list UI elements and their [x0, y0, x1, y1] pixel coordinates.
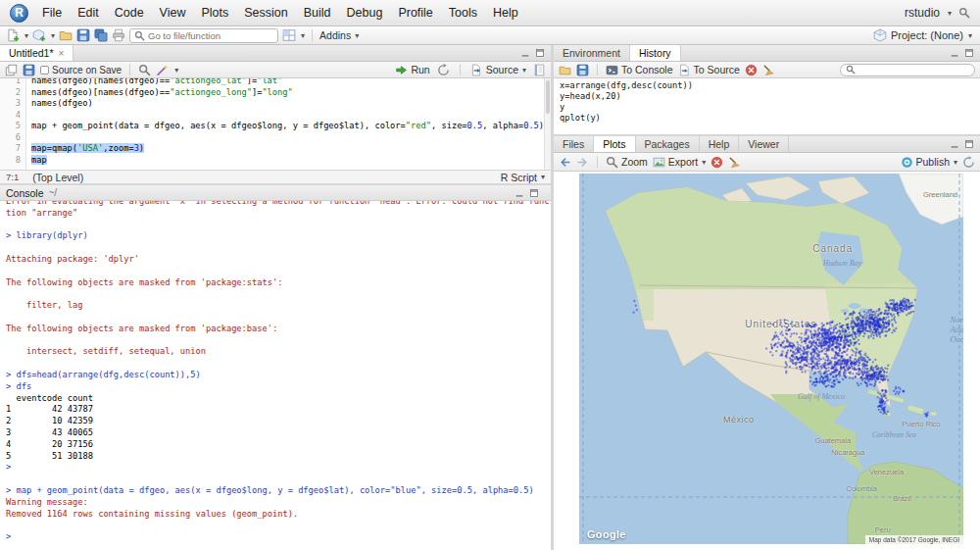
to-source-button[interactable]: To Source: [678, 64, 740, 76]
remove-plot-button[interactable]: [710, 156, 723, 169]
minimize-icon[interactable]: [520, 48, 530, 58]
console-output[interactable]: Error in evaluating the argument 'x' in …: [0, 201, 551, 550]
maximize-icon[interactable]: [964, 48, 974, 58]
editor-vertical-scrollbar[interactable]: [544, 78, 551, 170]
source-on-save-label: Source on Save: [52, 65, 122, 75]
minimize-icon[interactable]: [514, 188, 524, 198]
find-replace-button[interactable]: [138, 64, 151, 76]
source-on-save-toggle[interactable]: Source on Save: [40, 65, 122, 75]
save-all-button[interactable]: [94, 28, 108, 42]
tab-viewer[interactable]: Viewer: [739, 136, 789, 152]
code-line[interactable]: [31, 110, 551, 122]
new-file-button[interactable]: [6, 28, 20, 42]
rerun-button[interactable]: [437, 64, 450, 76]
tab-help[interactable]: Help: [700, 136, 740, 152]
code-line[interactable]: map=qmap('USA',zoom=3): [31, 143, 551, 155]
code-line[interactable]: [31, 132, 551, 144]
save-button[interactable]: [76, 28, 90, 42]
menu-view[interactable]: View: [152, 2, 194, 24]
menu-session[interactable]: Session: [236, 2, 295, 24]
tab-files[interactable]: Files: [554, 136, 594, 152]
editor-code[interactable]: names(dfgeo)[names(dfgeo)=="actiongeo_la…: [26, 78, 551, 170]
console-line: eventcode count: [6, 393, 551, 405]
tab-history[interactable]: History: [630, 45, 681, 61]
history-entry[interactable]: x=arrange(dfg,desc(count)): [560, 80, 980, 91]
code-line[interactable]: map + geom_point(data = dfgeo, aes(x = d…: [31, 121, 551, 132]
clear-history-button[interactable]: [762, 64, 775, 76]
rstudio-menu[interactable]: rstudio: [905, 6, 940, 20]
search-icon[interactable]: [958, 7, 970, 19]
menubar-right: rstudio ▾: [905, 6, 970, 20]
addins-menu[interactable]: Addins▾: [319, 29, 359, 41]
compile-notebook-button[interactable]: [533, 64, 546, 76]
save-button[interactable]: [23, 64, 35, 76]
menu-profile[interactable]: Profile: [390, 2, 440, 24]
menu-code[interactable]: Code: [107, 2, 152, 24]
console-line: [6, 288, 551, 300]
line-number: 5: [0, 121, 21, 132]
run-button[interactable]: Run: [395, 64, 429, 76]
file-type-selector[interactable]: R Script ▾: [501, 172, 545, 183]
tab-environment[interactable]: Environment: [554, 45, 630, 61]
history-search-input[interactable]: [858, 65, 969, 75]
code-tools-wand-button[interactable]: [156, 64, 169, 76]
export-label: Export: [668, 156, 698, 168]
code-editor[interactable]: 12345678 names(dfgeo)[names(dfgeo)=="act…: [0, 78, 551, 170]
history-entry[interactable]: y: [560, 102, 980, 113]
console-line: > library(dplyr): [6, 230, 551, 242]
code-line[interactable]: names(dfgeo)[names(dfgeo)=="actiongeo_la…: [31, 78, 551, 87]
map-attribution: Map data ©2017 Google, INEGI: [865, 535, 963, 544]
back-button[interactable]: [559, 156, 571, 169]
new-project-button[interactable]: [32, 28, 46, 42]
menu-debug[interactable]: Debug: [339, 2, 391, 24]
open-file-button[interactable]: [59, 28, 73, 42]
goto-file-input[interactable]: [148, 30, 273, 41]
tab-untitled1[interactable]: Untitled1* ×: [0, 45, 74, 61]
console-line: The following objects are masked from 'p…: [6, 277, 551, 289]
tab-packages[interactable]: Packages: [636, 136, 700, 152]
code-line[interactable]: map: [31, 155, 551, 167]
chevron-down-icon[interactable]: ▾: [51, 31, 55, 40]
menu-edit[interactable]: Edit: [70, 2, 107, 24]
close-icon[interactable]: ×: [59, 48, 65, 59]
chevron-down-icon: ▾: [968, 31, 972, 40]
history-list[interactable]: x=arrange(dfg,desc(count))y=head(x,20)yq…: [554, 78, 980, 134]
print-button[interactable]: [112, 28, 125, 42]
source-doc-icon: [678, 64, 691, 76]
popout-icon[interactable]: [5, 64, 18, 76]
history-entry[interactable]: y=head(x,20): [560, 91, 980, 102]
minimize-icon[interactable]: [950, 48, 959, 58]
refresh-button[interactable]: [962, 156, 975, 169]
menu-file[interactable]: File: [34, 2, 70, 24]
code-line[interactable]: names(dfgeo): [31, 98, 551, 110]
menu-tools[interactable]: Tools: [441, 2, 485, 24]
source-button[interactable]: Source ▾: [470, 64, 526, 76]
export-button[interactable]: Export ▾: [653, 156, 706, 169]
to-console-button[interactable]: To Console: [606, 64, 673, 76]
remove-entries-button[interactable]: [745, 64, 758, 76]
load-history-button[interactable]: [559, 64, 571, 76]
save-history-button[interactable]: [576, 64, 589, 76]
chevron-down-icon[interactable]: ▾: [301, 31, 305, 40]
checkbox-icon[interactable]: [40, 66, 49, 75]
zoom-button[interactable]: Zoom: [606, 156, 648, 169]
line-number: 2: [0, 87, 21, 99]
publish-button[interactable]: Publish ▾: [901, 156, 957, 169]
history-entry[interactable]: qplot(y): [560, 113, 980, 124]
minimize-icon[interactable]: [950, 139, 959, 149]
pane-window-buttons: [950, 136, 980, 152]
menu-build[interactable]: Build: [296, 2, 339, 24]
clear-plots-button[interactable]: [728, 156, 741, 169]
code-line[interactable]: names(dfgeo)[names(dfgeo)=="actiongeo_lo…: [31, 87, 551, 99]
project-menu[interactable]: Project: (None) ▾: [873, 28, 974, 42]
maximize-icon[interactable]: [535, 48, 545, 58]
maximize-icon[interactable]: [964, 139, 974, 149]
chevron-down-icon[interactable]: ▾: [24, 31, 28, 40]
forward-button[interactable]: [576, 156, 589, 169]
menu-plots[interactable]: Plots: [193, 2, 236, 24]
scope-selector[interactable]: (Top Level): [32, 172, 83, 183]
menu-help[interactable]: Help: [485, 2, 526, 24]
panes-layout-button[interactable]: [282, 28, 296, 42]
tab-plots[interactable]: Plots: [594, 136, 635, 152]
maximize-icon[interactable]: [529, 188, 539, 198]
